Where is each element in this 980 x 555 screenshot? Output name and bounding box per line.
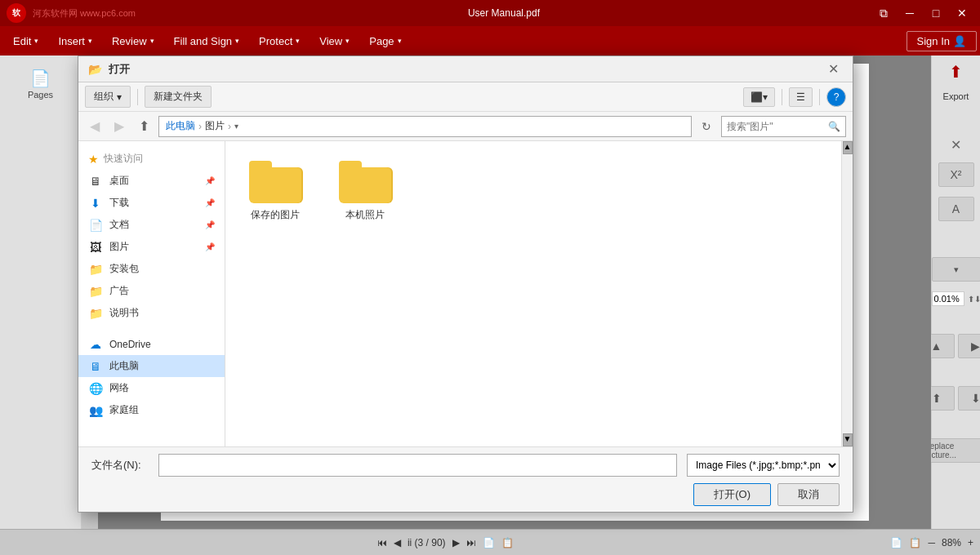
window-controls: ⧉ ─ □ ✕ bbox=[872, 5, 973, 21]
nav-downloads[interactable]: ⬇ 下载 📌 bbox=[78, 192, 225, 214]
title-bar: 软 河东软件网 www.pc6.com User Manual.pdf ⧉ ─ … bbox=[0, 0, 980, 26]
sign-in-button[interactable]: Sign In 👤 bbox=[906, 31, 977, 51]
refresh-btn[interactable]: ↻ bbox=[697, 117, 716, 136]
export-icon[interactable]: ⬆ bbox=[949, 62, 963, 82]
menu-protect[interactable]: Protect ▾ bbox=[249, 30, 310, 52]
zoom-in-btn[interactable]: + bbox=[968, 537, 973, 548]
menu-insert[interactable]: Insert ▾ bbox=[48, 30, 102, 52]
dropdown-btn1[interactable]: ▾ bbox=[932, 257, 981, 282]
protect-arrow: ▾ bbox=[296, 37, 300, 45]
next-page-btn[interactable]: ▶ bbox=[452, 537, 460, 548]
nav-homegroup[interactable]: 👥 家庭组 bbox=[78, 399, 225, 421]
pages-icon: 📄 bbox=[11, 69, 70, 88]
zoom-level: 88% bbox=[942, 537, 961, 548]
view-arrow: ▾ bbox=[345, 37, 350, 45]
quick-access-star: ★ bbox=[88, 153, 99, 166]
prev-page-btn[interactable]: ◀ bbox=[394, 537, 401, 548]
dialog-icon: 📂 bbox=[88, 63, 102, 76]
quick-access-header: ★ 快速访问 bbox=[78, 148, 225, 170]
bc-pictures: 图片 bbox=[205, 119, 225, 133]
pages-panel-btn[interactable]: 📄 Pages bbox=[8, 62, 74, 106]
close-btn[interactable]: ✕ bbox=[951, 5, 973, 21]
organize-btn[interactable]: 组织 ▾ bbox=[85, 86, 131, 108]
nav-onedrive[interactable]: ☁ OneDrive bbox=[78, 334, 225, 355]
menu-page[interactable]: Page ▾ bbox=[359, 30, 411, 52]
menu-view[interactable]: View ▾ bbox=[310, 30, 359, 52]
watermark: 河东软件网 www.pc6.com bbox=[33, 7, 136, 20]
nav-desktop[interactable]: 🖥 桌面 📌 bbox=[78, 170, 225, 192]
file-label-saved: 保存的图片 bbox=[251, 208, 300, 222]
percent-input[interactable] bbox=[932, 291, 964, 306]
scroll-up-btn[interactable]: ▲ bbox=[843, 141, 853, 154]
file-label-camera: 本机照片 bbox=[345, 208, 385, 222]
menu-bar: Edit ▾ Insert ▾ Review ▾ Fill and Sign ▾… bbox=[0, 26, 980, 56]
replace-picture-btn[interactable]: Replace Picture... bbox=[924, 438, 981, 463]
new-folder-btn[interactable]: 新建文件夹 bbox=[145, 86, 212, 108]
doc-icon3: 📄 bbox=[890, 537, 902, 548]
status-center: ⏮ ◀ ii (3 / 90) ▶ ⏭ 📄 📋 bbox=[7, 537, 884, 548]
nav-forward-btn[interactable]: ▶ bbox=[109, 117, 129, 136]
organize-arrow: ▾ bbox=[117, 91, 122, 103]
nav-pictures[interactable]: 🖼 图片 📌 bbox=[78, 236, 225, 258]
search-input[interactable] bbox=[727, 121, 825, 132]
nav-ads[interactable]: 📁 广告 bbox=[78, 280, 225, 302]
scroll-down-btn[interactable]: ▼ bbox=[843, 433, 853, 446]
file-item-camera-roll[interactable]: 本机照片 bbox=[328, 154, 402, 229]
status-bar: ⏮ ◀ ii (3 / 90) ▶ ⏭ 📄 📋 📄 📋 ─ 88% + bbox=[0, 529, 980, 555]
filename-input[interactable] bbox=[158, 454, 677, 477]
bc-dropdown-btn[interactable]: ▾ bbox=[234, 122, 238, 131]
dialog-bottom: 文件名(N): Image Files (*.jpg;*.bmp;*.pn 打开… bbox=[78, 446, 853, 512]
onedrive-icon: ☁ bbox=[88, 338, 103, 351]
ads-icon: 📁 bbox=[88, 285, 103, 298]
status-right: 📄 📋 ─ 88% + bbox=[890, 537, 973, 548]
view-large-btn[interactable]: ⬛▾ bbox=[743, 87, 775, 107]
documents-icon: 📄 bbox=[88, 219, 103, 232]
nav-back-btn[interactable]: ◀ bbox=[85, 117, 105, 136]
nav-documents[interactable]: 📄 文档 📌 bbox=[78, 214, 225, 236]
restore-btn[interactable]: ⧉ bbox=[872, 5, 895, 21]
view-detail-btn[interactable]: ☰ bbox=[789, 87, 813, 107]
breadcrumb-bar: 此电脑 › 图片 › ▾ bbox=[158, 116, 692, 137]
open-btn[interactable]: 打开(O) bbox=[693, 483, 771, 506]
percent-spinner[interactable]: ⬆⬇ bbox=[968, 295, 981, 304]
first-page-btn[interactable]: ⏮ bbox=[377, 537, 387, 548]
nav-thispc[interactable]: 🖥 此电脑 bbox=[78, 355, 225, 377]
toolbar-sep3 bbox=[819, 89, 820, 105]
sign-in-icon: 👤 bbox=[953, 35, 966, 47]
nav-manual[interactable]: 📁 说明书 bbox=[78, 302, 225, 324]
layer-down-btn[interactable]: ⬇ bbox=[958, 386, 981, 411]
right-btn2[interactable]: ▶ bbox=[958, 334, 981, 358]
dialog-scrollbar[interactable]: ▲ ▼ bbox=[841, 141, 853, 446]
menu-fill-sign[interactable]: Fill and Sign ▾ bbox=[164, 30, 250, 52]
nav-up-btn[interactable]: ⬆ bbox=[134, 117, 154, 136]
font-color-btn[interactable]: A bbox=[938, 197, 974, 221]
bc-thispc[interactable]: 此电脑 bbox=[166, 119, 195, 133]
documents-pin: 📌 bbox=[205, 220, 215, 229]
dialog-files: 保存的图片 本机照片 bbox=[225, 141, 841, 446]
folder-icon-camera bbox=[339, 161, 391, 203]
bc-sep2: › bbox=[228, 121, 231, 132]
zoom-out-btn[interactable]: ─ bbox=[928, 537, 935, 548]
cancel-btn[interactable]: 取消 bbox=[777, 483, 840, 506]
last-page-btn[interactable]: ⏭ bbox=[466, 537, 476, 548]
nav-network[interactable]: 🌐 网络 bbox=[78, 377, 225, 399]
dialog-close-btn[interactable]: ✕ bbox=[823, 60, 843, 79]
close-panel-btn[interactable]: ✕ bbox=[951, 137, 961, 153]
help-btn[interactable]: ? bbox=[826, 87, 846, 107]
menu-edit[interactable]: Edit ▾ bbox=[3, 30, 48, 52]
doc-icon4: 📋 bbox=[909, 537, 921, 548]
file-item-saved-pictures[interactable]: 保存的图片 bbox=[238, 154, 312, 229]
menu-review[interactable]: Review ▾ bbox=[102, 30, 164, 52]
filetype-select[interactable]: Image Files (*.jpg;*.bmp;*.pn bbox=[687, 454, 840, 477]
left-panel-tabs: 📄 Pages bbox=[0, 56, 81, 113]
maximize-btn[interactable]: □ bbox=[924, 5, 947, 21]
title-bar-left: 软 河东软件网 www.pc6.com bbox=[7, 3, 136, 23]
homegroup-icon: 👥 bbox=[88, 404, 103, 417]
minimize-btn[interactable]: ─ bbox=[898, 5, 921, 21]
toolbar-sep bbox=[137, 89, 138, 105]
manual-icon: 📁 bbox=[88, 307, 103, 320]
search-icon[interactable]: 🔍 bbox=[828, 121, 840, 132]
dialog-nav: ★ 快速访问 🖥 桌面 📌 ⬇ 下载 📌 📄 文档 📌 🖼 图片 � bbox=[78, 141, 225, 446]
superscript-btn[interactable]: X² bbox=[938, 162, 974, 187]
nav-install[interactable]: 📁 安装包 bbox=[78, 258, 225, 280]
